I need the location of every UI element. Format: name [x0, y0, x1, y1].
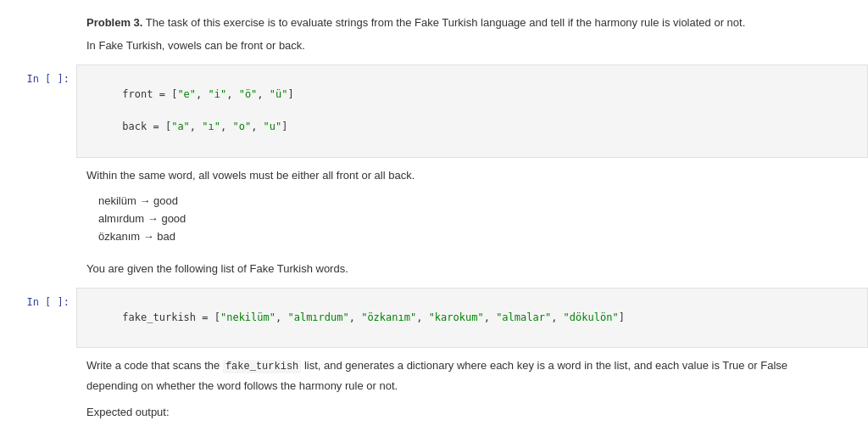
comma6: , — [251, 121, 263, 132]
fake-turkish-code-ref: fake_turkish — [223, 360, 301, 373]
str-u-umlaut: "ü" — [270, 88, 288, 100]
examples-block: nekilüm → good almırdum → good özkanım →… — [98, 193, 858, 245]
str-o-umlaut: "ö" — [239, 88, 258, 100]
str-dotless-i: "ı" — [202, 121, 220, 132]
c3: , — [416, 311, 428, 323]
comma2: , — [226, 88, 238, 100]
code-fake-turkish[interactable]: fake_turkish = ["nekilüm", "almırdum", "… — [76, 288, 868, 349]
problem3-label: Problem 3. — [86, 16, 142, 29]
c1: , — [275, 311, 287, 323]
str-almirdum: "almırdum" — [287, 311, 348, 323]
eq-front: = [ — [153, 88, 177, 100]
comma5: , — [220, 121, 232, 132]
cell-content-harmony: Within the same word, all vowels must be… — [76, 160, 868, 251]
c4: , — [484, 311, 496, 323]
notebook: Problem 3. The task of this exercise is … — [0, 0, 868, 426]
cell-label-empty-4 — [0, 350, 76, 358]
task-text-2: depending on whether the word follows th… — [86, 378, 858, 395]
task-text: Write a code that scans the fake_turkish… — [86, 357, 858, 375]
cell-list-intro: You are given the following list of Fake… — [0, 253, 868, 286]
cell-front-back: In [ ]: front = ["e", "i", "ö", "ü"] bac… — [0, 64, 868, 158]
expected-label: Expected output: — [86, 404, 858, 422]
str-nekilum: "nekilüm" — [220, 311, 275, 323]
list-intro-text: You are given the following list of Fake… — [86, 261, 858, 278]
comma3: , — [257, 88, 269, 100]
cell-problem3-intro: Problem 3. The task of this exercise is … — [0, 7, 868, 63]
cell-label-fake-turkish: In [ ]: — [0, 288, 76, 308]
example-ozkanim: özkanım → bad — [98, 228, 858, 246]
eq-back: = [ — [147, 121, 171, 132]
str-o: "o" — [232, 121, 251, 132]
cell-label-empty-3 — [0, 253, 76, 261]
bracket-back: ] — [281, 121, 287, 132]
var-back: back — [122, 121, 147, 132]
str-dokulон: "dökulön" — [564, 311, 619, 323]
cell-label-empty-1 — [0, 7, 76, 15]
problem3-text: Problem 3. The task of this exercise is … — [86, 14, 858, 32]
str-almalar: "almalar" — [496, 311, 551, 323]
str-u: "u" — [264, 121, 282, 132]
example-nekilum: nekilüm → good — [98, 193, 858, 210]
bracket-fake: ] — [619, 311, 625, 323]
cell-content-task: Write a code that scans the fake_turkish… — [76, 350, 868, 426]
eq-fake: = [ — [196, 311, 220, 323]
problem3-description: The task of this exercise is to evaluate… — [146, 16, 745, 29]
cell-content-list-intro: You are given the following list of Fake… — [76, 253, 868, 286]
var-fake-turkish: fake_turkish — [122, 311, 196, 323]
var-front: front — [122, 88, 153, 100]
comma4: , — [190, 121, 202, 132]
bracket-front: ] — [288, 88, 294, 100]
str-a: "a" — [171, 121, 190, 132]
code-front-back[interactable]: front = ["e", "i", "ö", "ü"] back = ["a"… — [76, 64, 868, 158]
c5: , — [551, 311, 563, 323]
cell-label-front-back: In [ ]: — [0, 64, 76, 85]
cell-task-description: Write a code that scans the fake_turkish… — [0, 350, 868, 426]
str-ozkanim: "özkanım" — [361, 311, 416, 323]
str-karokum: "karokum" — [429, 311, 484, 323]
comma1: , — [196, 88, 208, 100]
str-i: "i" — [209, 88, 227, 100]
str-e: "e" — [177, 88, 196, 100]
c2: , — [349, 311, 361, 323]
example-almirdum: almırdum → good — [98, 210, 858, 228]
vowels-desc: In Fake Turkish, vowels can be front or … — [86, 37, 858, 55]
cell-label-empty-2 — [0, 160, 76, 168]
cell-content-problem3-intro: Problem 3. The task of this exercise is … — [76, 7, 868, 63]
harmony-rule-text: Within the same word, all vowels must be… — [86, 167, 858, 185]
cell-harmony-rule: Within the same word, all vowels must be… — [0, 160, 868, 251]
expected-output-section: Expected output: {'nekilüm': True, 'almı… — [86, 404, 858, 426]
cell-fake-turkish: In [ ]: fake_turkish = ["nekilüm", "almı… — [0, 288, 868, 349]
